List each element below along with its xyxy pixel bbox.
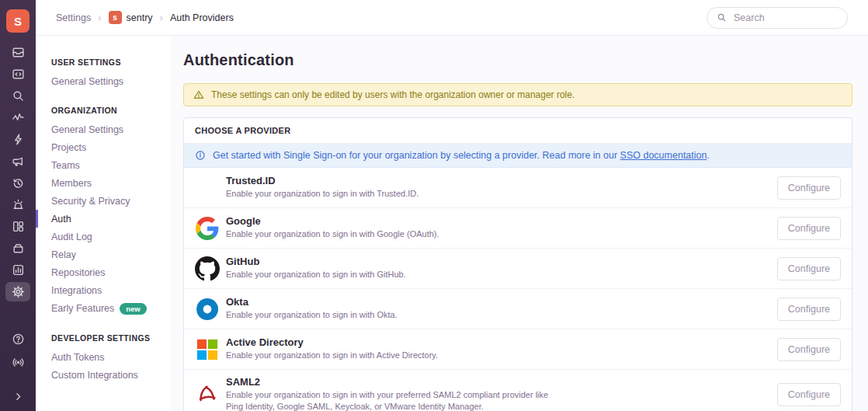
sidebar-item-members[interactable]: Members [36, 174, 171, 192]
sidebar-item-label: Members [51, 178, 92, 189]
provider-row: SAML2Enable your organization to sign in… [184, 370, 852, 411]
nav-section-title: ORGANIZATION [36, 106, 171, 115]
search-box[interactable] [707, 7, 848, 29]
breadcrumb: Settings›ssentry›Auth Providers [56, 11, 234, 24]
performance-icon[interactable] [5, 108, 30, 127]
nav-section-title: DEVELOPER SETTINGS [36, 333, 171, 343]
settings-icon[interactable] [5, 282, 30, 301]
configure-button[interactable]: Configure [777, 176, 841, 200]
search-icon [717, 12, 727, 23]
warning-text: These settings can only be edited by use… [211, 89, 575, 100]
okta-logo-icon [195, 297, 220, 322]
sidebar-item-label: General Settings [51, 124, 123, 135]
sidebar-item-custom-integrations[interactable]: Custom Integrations [36, 366, 171, 384]
provider-name: Okta [226, 296, 398, 308]
icon-rail: S [0, 0, 36, 411]
provider-name: Active Directory [226, 336, 438, 348]
breadcrumb-label: Auth Providers [170, 12, 234, 23]
rail-bottom-nav [5, 329, 30, 406]
sidebar-item-label: Early Features [51, 303, 114, 314]
sidebar-item-label: General Settings [51, 76, 123, 87]
provider-row: Active DirectoryEnable your organization… [184, 329, 852, 370]
alerts-icon[interactable] [5, 195, 30, 214]
search-input[interactable] [732, 12, 838, 24]
sidebar-item-general-settings[interactable]: General Settings [36, 120, 171, 138]
sidebar-item-label: Audit Log [51, 232, 92, 242]
provider-list: Trusted.IDEnable your organization to si… [184, 168, 852, 411]
sentry-logo-letter: S [14, 15, 22, 28]
info-icon [195, 150, 206, 161]
nav-section-title: USER SETTINGS [36, 57, 171, 67]
provider-name: SAML2 [226, 376, 568, 388]
github-logo-icon [195, 256, 220, 281]
warning-banner: These settings can only be edited by use… [183, 83, 852, 106]
releases-icon[interactable] [5, 239, 30, 258]
sso-documentation-link[interactable]: SSO documentation [620, 150, 707, 161]
sidebar-item-projects[interactable]: Projects [36, 138, 171, 156]
sidebar-item-audit-log[interactable]: Audit Log [36, 228, 171, 246]
sidebar-item-label: Auth [51, 214, 71, 225]
choose-provider-panel: CHOOSE A PROVIDER Get started with Singl… [183, 117, 852, 411]
broadcast-icon[interactable] [5, 353, 30, 372]
stats-icon[interactable] [5, 260, 30, 280]
sidebar-item-integrations[interactable]: Integrations [36, 281, 171, 299]
sidebar-item-early-features[interactable]: Early Featuresnew [36, 299, 171, 318]
new-badge: new [120, 303, 146, 315]
configure-button[interactable]: Configure [777, 338, 841, 361]
sidebar-item-label: Auth Tokens [51, 352, 105, 363]
sidebar-item-auth[interactable]: Auth [36, 210, 171, 228]
issues-icon[interactable] [5, 43, 30, 62]
warning-icon [193, 89, 204, 100]
sidebar-item-label: Custom Integrations [51, 370, 138, 381]
sidebar-item-relay[interactable]: Relay [36, 246, 171, 263]
active-directory-logo-icon [195, 337, 220, 362]
saml2-logo-icon [195, 382, 220, 407]
sentry-logo[interactable]: S [6, 9, 30, 33]
sidebar-item-general-settings[interactable]: General Settings [36, 72, 171, 90]
provider-name: GitHub [226, 256, 406, 267]
sidebar-item-security-privacy[interactable]: Security & Privacy [36, 192, 171, 210]
breadcrumb-item[interactable]: Settings [56, 12, 91, 23]
main-content: Authentication These settings can only b… [171, 36, 868, 411]
configure-button[interactable]: Configure [777, 383, 841, 406]
replays-icon[interactable] [5, 173, 30, 193]
dashboards-icon[interactable] [5, 217, 30, 236]
provider-name: Google [226, 215, 439, 227]
sidebar-item-label: Relay [51, 249, 76, 260]
configure-button[interactable]: Configure [777, 257, 841, 280]
settings-sidebar: USER SETTINGSGeneral SettingsORGANIZATIO… [36, 36, 171, 411]
provider-row: GoogleEnable your organization to sign i… [184, 208, 852, 249]
breadcrumb-item[interactable]: ssentry [109, 11, 153, 24]
provider-description: Enable your organization to sign in with… [226, 309, 398, 321]
collapse-icon[interactable] [5, 387, 30, 406]
page-title: Authentication [183, 51, 852, 69]
provider-description: Enable your organization to sign in with… [226, 188, 418, 200]
breadcrumb-separator: › [160, 12, 163, 23]
provider-description: Enable your organization to sign in with… [226, 389, 568, 411]
sidebar-item-teams[interactable]: Teams [36, 156, 171, 174]
quick-start-icon[interactable] [5, 130, 30, 149]
provider-description: Enable your organization to sign in with… [226, 228, 439, 240]
search-icon[interactable] [5, 86, 30, 106]
provider-row: Trusted.IDEnable your organization to si… [184, 168, 852, 208]
configure-button[interactable]: Configure [777, 217, 841, 240]
breadcrumb-item[interactable]: Auth Providers [170, 12, 234, 23]
sidebar-item-repositories[interactable]: Repositories [36, 263, 171, 281]
sidebar-item-label: Integrations [51, 285, 102, 296]
sidebar-item-label: Projects [51, 142, 86, 153]
help-icon[interactable] [5, 329, 30, 349]
info-banner: Get started with Single Sign-on for your… [184, 144, 852, 168]
info-text: Get started with Single Sign-on for your… [213, 150, 710, 161]
provider-row: GitHubEnable your organization to sign i… [184, 249, 852, 289]
sidebar-item-label: Security & Privacy [51, 196, 130, 207]
feedback-icon[interactable] [5, 152, 30, 171]
breadcrumb-label: sentry [127, 12, 153, 23]
blank-logo-icon [195, 176, 220, 200]
sidebar-item-auth-tokens[interactable]: Auth Tokens [36, 348, 171, 366]
projects-icon[interactable] [5, 64, 30, 84]
sidebar-item-label: Repositories [51, 267, 105, 278]
org-avatar: s [109, 11, 122, 24]
provider-description: Enable your organization to sign in with… [226, 350, 438, 361]
provider-row: OktaEnable your organization to sign in … [184, 289, 852, 329]
configure-button[interactable]: Configure [777, 298, 841, 321]
